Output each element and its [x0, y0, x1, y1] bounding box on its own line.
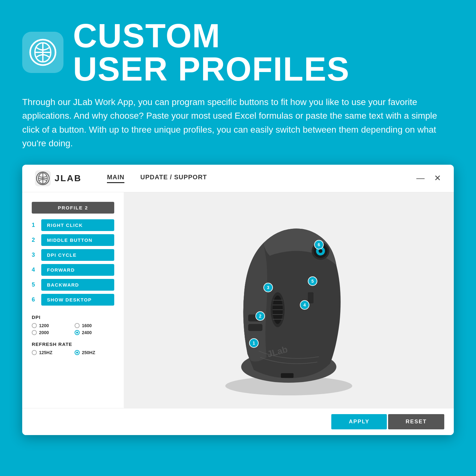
minimize-button[interactable]: — [416, 173, 425, 183]
badge-1: 1 [249, 338, 259, 348]
title-block: CUSTOM USER PROFILES [73, 19, 350, 86]
svg-rect-22 [308, 292, 314, 303]
mouse-container: JLab 1 2 3 4 5 6 [197, 202, 381, 399]
btn-row-6: 6 SHOW DESKTOP [32, 294, 114, 306]
btn-number-4: 4 [32, 267, 38, 273]
refresh-rate-options: 125HZ 250HZ [32, 350, 114, 355]
btn-row-5: 5 BACKWARD [32, 279, 114, 291]
dpi-section: DPI 1200 1600 2000 [32, 314, 114, 335]
btn-row-4: 4 FORWARD [32, 264, 114, 276]
btn-number-3: 3 [32, 252, 38, 258]
btn-row-2: 2 MIDDLE BUTTON [32, 234, 114, 246]
title-custom: CUSTOM [73, 19, 350, 52]
close-button[interactable]: ✕ [434, 173, 441, 183]
nav-support[interactable]: UPDATE / SUPPORT [140, 174, 207, 183]
main-content: PROFILE 2 1 RIGHT CLICK 2 MIDDLE BUTTON … [22, 192, 454, 408]
svg-point-21 [319, 249, 322, 253]
button-list: 1 RIGHT CLICK 2 MIDDLE BUTTON 3 DPI CYCL… [32, 219, 114, 306]
dpi-2000-label: 2000 [39, 330, 49, 335]
radio-125hz[interactable] [32, 350, 37, 355]
mouse-svg: JLab [197, 202, 381, 399]
btn-row-1: 1 RIGHT CLICK [32, 219, 114, 231]
dpi-2400-label: 2400 [82, 330, 92, 335]
badge-4: 4 [300, 300, 309, 310]
badge-2: 2 [255, 311, 265, 321]
btn-number-5: 5 [32, 281, 38, 288]
rate-125hz-label: 125HZ [39, 350, 52, 355]
btn-dpi-cycle[interactable]: DPI CYCLE [41, 249, 114, 261]
badge-3: 3 [263, 283, 273, 292]
btn-number-1: 1 [32, 222, 38, 228]
dpi-1200-label: 1200 [39, 323, 49, 328]
nav-main[interactable]: MAIN [107, 174, 124, 183]
jlab-logo-text: JLAB [55, 173, 82, 183]
app-window: JLAB MAIN UPDATE / SUPPORT — ✕ PROFILE 2… [22, 165, 454, 435]
btn-middle-button[interactable]: MIDDLE BUTTON [41, 234, 114, 246]
radio-1600[interactable] [75, 323, 80, 328]
btn-right-click[interactable]: RIGHT CLICK [41, 219, 114, 231]
app-logo-icon [22, 32, 63, 73]
bottom-bar: APPLY RESET [22, 408, 454, 435]
radio-2000[interactable] [32, 330, 37, 335]
radio-2400[interactable] [75, 330, 80, 335]
btn-show-desktop[interactable]: SHOW DESKTOP [41, 294, 114, 306]
page-wrapper: CUSTOM USER PROFILES Through our JLab Wo… [0, 0, 476, 476]
dpi-2400[interactable]: 2400 [75, 330, 114, 335]
dpi-2000[interactable]: 2000 [32, 330, 71, 335]
radio-1200[interactable] [32, 323, 37, 328]
title-user-profiles: USER PROFILES [73, 52, 350, 86]
profile-badge[interactable]: PROFILE 2 [32, 202, 114, 214]
btn-backward[interactable]: BACKWARD [41, 279, 114, 291]
right-panel: JLab 1 2 3 4 5 6 [124, 192, 454, 408]
dpi-options: 1200 1600 2000 2400 [32, 323, 114, 335]
btn-forward[interactable]: FORWARD [41, 264, 114, 276]
badge-5: 5 [308, 276, 317, 286]
refresh-rate-section: REFRESH RATE 125HZ 250HZ [32, 341, 114, 355]
reset-button[interactable]: RESET [388, 414, 444, 429]
mouse-image-area: JLab 1 2 3 4 5 6 [124, 192, 454, 408]
refresh-rate-title: REFRESH RATE [32, 341, 114, 347]
dpi-title: DPI [32, 314, 114, 320]
rate-250hz-label: 250HZ [82, 350, 95, 355]
jlab-logo: JLAB [35, 170, 82, 186]
description-text: Through our JLab Work App, you can progr… [22, 95, 454, 150]
rate-250hz[interactable]: 250HZ [75, 350, 114, 355]
dpi-1200[interactable]: 1200 [32, 323, 71, 328]
window-controls: — ✕ [416, 173, 441, 183]
btn-row-3: 3 DPI CYCLE [32, 249, 114, 261]
nav-items: MAIN UPDATE / SUPPORT [107, 174, 207, 183]
dpi-1600[interactable]: 1600 [75, 323, 114, 328]
title-bar: JLAB MAIN UPDATE / SUPPORT — ✕ [22, 165, 454, 192]
badge-6: 6 [314, 240, 324, 249]
dpi-1600-label: 1600 [82, 323, 92, 328]
btn-number-6: 6 [32, 296, 38, 303]
left-panel: PROFILE 2 1 RIGHT CLICK 2 MIDDLE BUTTON … [22, 192, 124, 408]
rate-125hz[interactable]: 125HZ [32, 350, 71, 355]
svg-rect-17 [248, 324, 262, 331]
header-section: CUSTOM USER PROFILES [22, 19, 454, 86]
radio-250hz[interactable] [75, 350, 80, 355]
btn-number-2: 2 [32, 237, 38, 243]
apply-button[interactable]: APPLY [331, 414, 387, 429]
svg-rect-23 [281, 373, 294, 378]
